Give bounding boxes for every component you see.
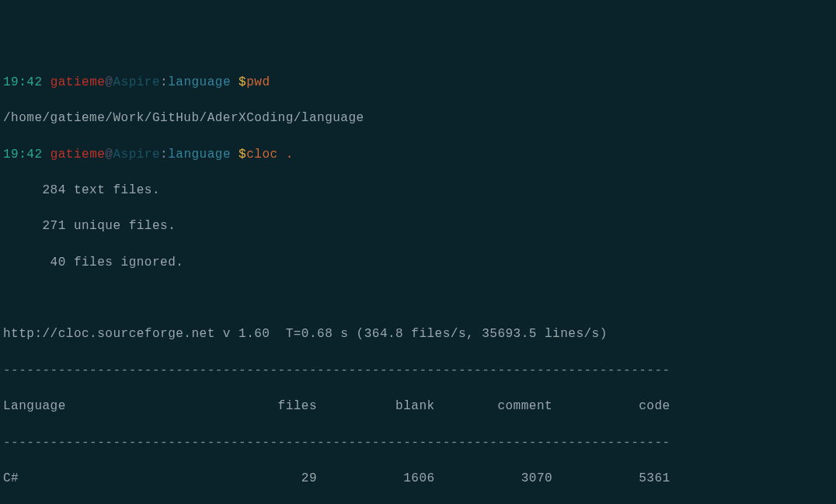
prompt-path: language [168,75,231,89]
prompt-line-2: 19:42 gatieme@Aspire:language $cloc . [3,146,833,164]
prompt-time: 19:42 [3,148,43,162]
blank-line [3,290,833,308]
prompt-at: @ [105,75,113,89]
stats-ignored-files: 40 files ignored. [3,254,833,272]
prompt-at: @ [105,148,113,162]
stats-text-files: 284 text files. [3,182,833,200]
prompt-host: Aspire [113,148,160,162]
prompt-colon: : [160,148,168,162]
pwd-command[interactable]: pwd [246,75,270,89]
stats-unique-files: 271 unique files. [3,217,833,235]
separator: ----------------------------------------… [3,362,833,380]
prompt-user: gatieme [51,75,106,89]
prompt-time: 19:42 [3,75,43,89]
table-row: C# 29 1606 3070 5361 [3,470,833,488]
prompt-host: Aspire [113,75,160,89]
prompt-line-1: 19:42 gatieme@Aspire:language $pwd [3,74,833,92]
cloc-command[interactable]: cloc . [246,148,294,162]
prompt-path: language [168,148,231,162]
table-header: Language files blank comment code [3,398,833,415]
prompt-user: gatieme [51,148,106,162]
prompt-dollar: $ [231,75,246,89]
prompt-dollar: $ [231,148,246,162]
prompt-colon: : [160,75,168,89]
cloc-header: http://cloc.sourceforge.net v 1.60 T=0.6… [3,325,833,343]
pwd-output: /home/gatieme/Work/GitHub/AderXCoding/la… [3,109,833,127]
separator: ----------------------------------------… [3,434,833,452]
